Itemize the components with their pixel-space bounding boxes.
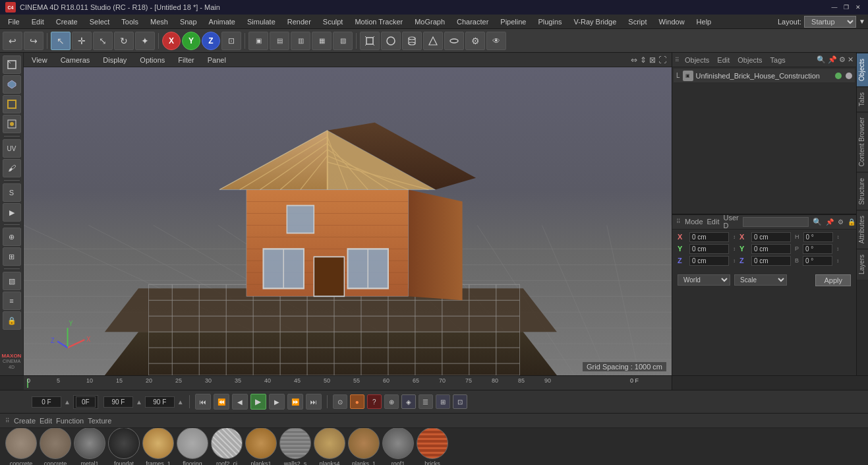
universal-tool-button[interactable]: ✦ [135,32,155,50]
viewport[interactable]: Perspective [24,67,672,375]
vp-menu-options[interactable]: Options [137,55,167,65]
record-manual-button[interactable]: ⊙ [333,394,347,409]
menu-help[interactable]: Help [691,16,717,27]
menu-select[interactable]: Select [84,16,115,27]
mat-item-planks1b[interactable]: planks_1 [348,428,380,465]
goto-end-button[interactable]: ⏭ [306,394,322,410]
z-rot-input[interactable] [751,256,791,266]
menu-window[interactable]: Window [653,16,689,27]
scale-dropdown[interactable]: Scale [734,274,787,286]
obj-search-icon[interactable]: 🔍 [817,55,826,64]
vp-ctrl-1[interactable]: ⇔ [631,55,637,65]
end-frame-2-input[interactable] [145,396,175,408]
menu-vray[interactable]: V-Ray Bridge [569,16,622,27]
mat-edit-btn[interactable]: Edit [40,417,52,425]
layout-dropdown[interactable]: Startup Standard [804,16,856,28]
menu-snap[interactable]: Snap [175,16,202,27]
object-visible-dot[interactable] [835,73,842,79]
cursor-tool-button[interactable]: ↖ [51,32,71,50]
axis-x-button[interactable]: X [162,32,181,50]
edge-tab-attributes[interactable]: Attributes [857,210,868,249]
mat-function-btn[interactable]: Function [56,417,84,425]
snap-button[interactable]: ⊕ [3,228,21,246]
mat-item-concrete1[interactable]: concrete [5,428,37,465]
object-entry[interactable]: L ▣ Unfinished_Brick_House_Construction [674,69,855,83]
mat-item-metal1[interactable]: metal1 [74,428,105,465]
vp-menu-view[interactable]: View [29,55,50,65]
render-settings-button[interactable]: ▧ [333,32,353,50]
vp-menu-display[interactable]: Display [100,55,129,65]
maximize-button[interactable]: ❐ [842,3,851,12]
h-angle-input[interactable] [803,232,833,242]
render-region-button[interactable]: ▣ [248,32,268,50]
end-frame-input[interactable] [103,396,133,408]
prev-frame-button[interactable]: ◀ [232,394,248,410]
mat-item-planks1[interactable]: planks1 [245,428,277,465]
render-region-lt-button[interactable]: ▧ [3,272,21,290]
attr-userdata-btn[interactable]: User D [724,214,739,230]
menu-render[interactable]: Render [282,16,316,27]
next-key-button[interactable]: ⏩ [287,394,303,410]
coord-sys-button[interactable]: ⊡ [221,32,241,50]
obj-close-icon[interactable]: ✕ [848,55,854,64]
axis-z-button[interactable]: Z [202,32,220,50]
polygon-mode-button[interactable] [3,75,21,94]
mat-item-planks4[interactable]: planks4 [314,428,345,465]
attr-lock-icon[interactable]: 🔒 [848,218,855,226]
vp-ctrl-2[interactable]: ⇕ [640,55,647,65]
menu-mograph[interactable]: MoGraph [409,16,450,27]
menu-edit[interactable]: Edit [26,16,49,27]
world-dropdown[interactable]: World [678,274,730,286]
edge-tab-layers[interactable]: Layers [857,249,868,280]
render-queue-button[interactable]: ▦ [312,32,332,50]
obj-config-icon[interactable]: ⚙ [839,55,846,64]
sculpt-button[interactable]: S [3,183,21,202]
vp-ctrl-4[interactable]: ⛶ [658,55,666,65]
obj-edit-btn[interactable]: Edit [714,55,732,65]
model-mode-button[interactable] [3,55,21,74]
prev-key-button[interactable]: ⏪ [214,394,229,410]
edge-tab-objects[interactable]: Objects [857,53,868,86]
x-rot-input[interactable] [751,232,791,242]
lock-button[interactable]: 🔒 [3,311,21,330]
vp-menu-cameras[interactable]: Cameras [58,55,93,65]
rotate-tool-button[interactable]: ↻ [114,32,134,50]
mat-item-foundat[interactable]: foundat [108,428,140,465]
apply-button[interactable]: Apply [815,274,851,286]
mat-item-bricks[interactable]: bricks [417,428,448,465]
obj-pin-icon[interactable]: 📌 [828,55,837,64]
record-auto-button[interactable]: ● [350,394,364,409]
undo-button[interactable]: ↩ [3,32,22,50]
edge-mode-button[interactable] [3,95,21,113]
vp-menu-panel[interactable]: Panel [205,55,229,65]
fcurve-button[interactable]: ⊡ [453,394,467,409]
menu-simulate[interactable]: Simulate [242,16,281,27]
obj-file-btn[interactable]: Objects [682,55,712,65]
current-frame-input[interactable]: 0 F [32,396,61,408]
close-button[interactable]: ✕ [854,3,863,12]
mat-item-concrete2[interactable]: concrete [40,428,71,465]
menu-sculpt[interactable]: Sculpt [318,16,349,27]
xref-button[interactable]: ⊞ [3,247,21,266]
edge-tab-content-browser[interactable]: Content Browser [857,111,868,171]
redo-button[interactable]: ↪ [24,32,43,50]
attr-config-icon[interactable]: ⚙ [838,218,844,226]
mat-texture-btn[interactable]: Texture [88,417,111,425]
sphere-btn[interactable] [381,32,401,50]
mat-item-walls2s[interactable]: walls2_s [279,428,311,465]
motion-button[interactable]: ▶ [3,203,21,222]
z-pos-input[interactable] [689,256,729,266]
p-angle-input[interactable] [803,244,832,254]
menu-file[interactable]: File [3,16,25,27]
edge-tab-structure[interactable]: Structure [857,172,868,210]
edge-tab-tabs[interactable]: Tabs [857,86,868,111]
menu-animate[interactable]: Animate [204,16,241,27]
menu-script[interactable]: Script [623,16,652,27]
paint-button[interactable]: 🖌 [3,159,21,177]
torus-btn[interactable] [444,32,464,50]
dope-sheet-button[interactable]: ⊞ [436,394,450,409]
render-view-button[interactable]: ▤ [270,32,289,50]
timeline-button[interactable]: ☰ [419,394,433,409]
menu-pipeline[interactable]: Pipeline [495,16,531,27]
y-pos-input[interactable] [689,244,729,254]
